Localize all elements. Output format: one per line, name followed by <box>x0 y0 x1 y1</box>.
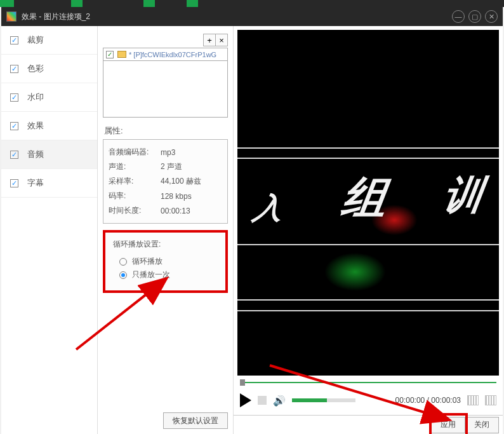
radio-loop[interactable]: 循环播放 <box>119 256 218 267</box>
close-window-button[interactable]: ✕ <box>485 10 498 23</box>
folder-icon <box>117 51 126 58</box>
stop-button[interactable] <box>258 396 267 405</box>
sidebar-item-audio[interactable]: 音频 <box>1 140 97 169</box>
category-sidebar: 裁剪 色彩 水印 效果 音频 字幕 <box>1 26 98 434</box>
sidebar-item-subtitle[interactable]: 字幕 <box>1 169 97 198</box>
file-list-item[interactable]: * [P]fcCWIEkdlx07CFrP1wG <box>103 48 227 61</box>
volume-slider[interactable] <box>292 398 355 402</box>
checkbox-icon <box>10 36 18 44</box>
checkbox-icon <box>10 122 18 130</box>
snapshot-button[interactable] <box>467 395 479 405</box>
loop-settings-heading: 循环播放设置: <box>113 239 218 250</box>
video-preview[interactable]: 组 训 入 <box>237 30 499 376</box>
time-display: 00:00:00 / 00:00:03 <box>395 396 461 405</box>
play-button[interactable] <box>240 393 251 407</box>
sidebar-item-crop[interactable]: 裁剪 <box>1 26 97 55</box>
loop-settings-box: 循环播放设置: 循环播放 只播放一次 <box>103 230 228 293</box>
checkbox-icon <box>10 93 18 102</box>
radio-play-once[interactable]: 只播放一次 <box>119 269 218 280</box>
sidebar-item-watermark[interactable]: 水印 <box>1 83 97 112</box>
apply-button[interactable]: 应用 <box>431 417 465 433</box>
file-list[interactable]: * [P]fcCWIEkdlx07CFrP1wG <box>103 48 228 118</box>
titlebar: 效果 - 图片连接项_2 — ▢ ✕ <box>1 7 503 26</box>
sidebar-item-label: 裁剪 <box>27 34 44 46</box>
seek-bar[interactable] <box>240 379 496 386</box>
sidebar-item-effects[interactable]: 效果 <box>1 112 97 140</box>
minimize-button[interactable]: — <box>452 10 465 23</box>
frame-view-button[interactable] <box>485 395 496 405</box>
window-title: 效果 - 图片连接项_2 <box>22 11 448 22</box>
file-name: * [P]fcCWIEkdlx07CFrP1wG <box>129 51 216 58</box>
prop-row: 时间长度:00:00:13 <box>107 203 223 218</box>
sidebar-item-label: 色彩 <box>27 63 44 74</box>
radio-icon <box>119 258 127 266</box>
properties-heading: 属性: <box>104 125 228 137</box>
checkbox-icon <box>10 65 18 73</box>
dialog-footer: 应用 关闭 <box>234 415 503 434</box>
settings-panel: + × * [P]fcCWIEkdlx07CFrP1wG 属性: 音频编码器:m… <box>98 26 234 434</box>
prop-row: 采样率:44,100 赫兹 <box>107 174 223 189</box>
radio-icon <box>119 271 127 279</box>
sidebar-item-color[interactable]: 色彩 <box>1 55 97 83</box>
prop-row: 声道:2 声道 <box>107 159 223 174</box>
maximize-button[interactable]: ▢ <box>468 10 481 23</box>
preview-panel: 组 训 入 🔊 00:00:00 / 00:00:03 应用 <box>234 26 503 434</box>
sidebar-item-label: 音频 <box>27 149 44 160</box>
app-icon <box>6 11 17 22</box>
properties-box: 音频编码器:mp3 声道:2 声道 采样率:44,100 赫兹 码率:128 k… <box>103 139 228 224</box>
remove-file-button[interactable]: × <box>215 34 228 46</box>
checkbox-icon <box>10 151 18 159</box>
prop-row: 码率:128 kbps <box>107 189 223 203</box>
sidebar-item-label: 效果 <box>27 120 44 132</box>
close-button[interactable]: 关闭 <box>465 417 499 433</box>
background-strip <box>0 0 504 7</box>
effects-dialog: 效果 - 图片连接项_2 — ▢ ✕ 裁剪 色彩 水印 效果 音频 字幕 + ×… <box>1 7 503 434</box>
sidebar-item-label: 字幕 <box>27 177 44 189</box>
add-file-button[interactable]: + <box>203 34 216 46</box>
player-controls: 🔊 00:00:00 / 00:00:03 <box>234 386 503 415</box>
restore-defaults-button[interactable]: 恢复默认设置 <box>163 412 228 429</box>
prop-row: 音频编码器:mp3 <box>107 145 223 159</box>
volume-icon[interactable]: 🔊 <box>273 395 286 407</box>
checkbox-icon <box>106 51 114 58</box>
checkbox-icon <box>10 179 18 187</box>
sidebar-item-label: 水印 <box>27 92 44 103</box>
